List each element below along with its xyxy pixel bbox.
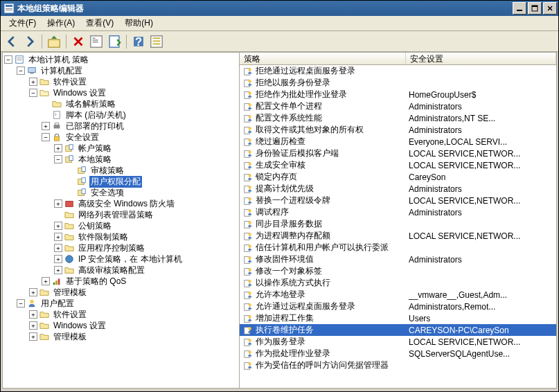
tree-pubkey[interactable]: +公钥策略 (54, 220, 238, 231)
tree-user-rights[interactable]: 用户权限分配 (66, 176, 238, 187)
policy-name: 为进程调整内存配额 (256, 230, 330, 242)
expand-icon[interactable]: + (29, 78, 37, 86)
delete-button[interactable] (70, 33, 87, 50)
collapse-icon[interactable]: − (54, 155, 62, 163)
expand-icon[interactable]: + (54, 144, 62, 152)
expand-icon[interactable]: + (54, 222, 62, 230)
expand-icon[interactable]: + (42, 122, 50, 130)
expand-icon[interactable]: + (54, 266, 62, 274)
expand-icon[interactable]: + (42, 277, 50, 285)
folder-icon (64, 242, 75, 253)
tree-computer[interactable]: − 计算机配置 (17, 65, 238, 76)
collapse-icon[interactable]: − (17, 299, 25, 308)
expand-icon[interactable]: + (29, 310, 37, 319)
list-row[interactable]: 为进程调整内存配额LOCAL SERVICE,NETWOR... (240, 230, 556, 242)
list-row[interactable]: 修改固件环境值Administrators (240, 253, 556, 265)
list-row[interactable]: 作为批处理作业登录SQLServerSQLAgentUse... (240, 348, 556, 359)
list-row[interactable]: 提高计划优先级Administrators (240, 183, 556, 195)
list-row[interactable]: 信任计算机和用户帐户可以执行委派 (240, 242, 556, 253)
tree-security[interactable]: −安全设置 (42, 132, 238, 143)
list-pane[interactable]: 策略 安全设置 拒绝通过远程桌面服务登录拒绝以服务身份登录拒绝作为批处理作业登录… (240, 53, 556, 388)
list-row[interactable]: 允许本地登录__vmware__,Guest,Adm... (240, 289, 556, 301)
expand-icon[interactable]: + (54, 244, 62, 252)
list-row[interactable]: 拒绝作为批处理作业登录HomeGroupUser$ (240, 89, 556, 100)
list-row[interactable]: 同步目录服务数据 (240, 218, 556, 230)
col-policy[interactable]: 策略 (240, 53, 406, 64)
tree-software[interactable]: +软件设置 (29, 76, 238, 87)
list-row[interactable]: 配置文件单个进程Administrators (240, 100, 556, 112)
tree-advaudit[interactable]: +高级审核策略配置 (54, 265, 238, 276)
tree-script[interactable]: 脚本 (启动/关机) (42, 109, 238, 121)
export-button[interactable] (106, 33, 123, 50)
collapse-icon[interactable]: − (29, 89, 37, 97)
list-row[interactable]: 绕过遍历检查Everyone,LOCAL SERVI... (240, 136, 556, 148)
list-row[interactable]: 执行卷维护任务CAREYSON-PC\CareySon (240, 324, 556, 336)
properties-button[interactable] (88, 33, 105, 50)
list-row[interactable]: 作为服务登录LOCAL SERVICE,NETWOR... (240, 336, 556, 348)
expand-icon[interactable]: + (54, 255, 62, 263)
expand-icon[interactable]: + (29, 321, 37, 330)
tree-account-policy[interactable]: +帐户策略 (54, 143, 238, 154)
svg-point-59 (248, 150, 251, 153)
maximize-button[interactable] (528, 2, 542, 15)
list-row[interactable]: 生成安全审核LOCAL SERVICE,NETWOR... (240, 159, 556, 171)
tree-user[interactable]: −用户配置 (17, 298, 238, 309)
policy-item-icon (242, 361, 254, 371)
list-row[interactable]: 增加进程工作集Users (240, 312, 556, 324)
tree-domain-res[interactable]: 域名解析策略 (42, 98, 238, 109)
list-row[interactable]: 替换一个进程级令牌LOCAL SERVICE,NETWOR... (240, 195, 556, 206)
list-row[interactable]: 允许通过远程桌面服务登录Administrators,Remot... (240, 301, 556, 312)
tree-windows[interactable]: −Windows 设置 (29, 87, 238, 98)
svg-point-81 (248, 280, 251, 283)
policy-cell: 取得文件或其他对象的所有权 (240, 124, 406, 136)
tree-qos[interactable]: +基于策略的 QoS (42, 276, 238, 287)
collapse-icon[interactable]: − (42, 133, 50, 141)
list-row[interactable]: 身份验证后模拟客户端LOCAL SERVICE,NETWOR... (240, 148, 556, 159)
menu-help[interactable]: 帮助(H) (119, 16, 159, 30)
tree-firewall[interactable]: +高级安全 Windows 防火墙 (54, 198, 238, 209)
tree-software2[interactable]: +软件设置 (29, 309, 238, 320)
list-row[interactable]: 取得文件或其他对象的所有权Administrators (240, 124, 556, 136)
back-button[interactable] (3, 33, 20, 50)
minimize-button[interactable] (513, 2, 526, 15)
col-security[interactable]: 安全设置 (406, 53, 556, 64)
close-button[interactable] (543, 2, 557, 15)
menu-view[interactable]: 查看(V) (80, 16, 119, 30)
list-row[interactable]: 调试程序Administrators (240, 206, 556, 218)
tree-appctrl[interactable]: +应用程序控制策略 (54, 242, 238, 253)
forward-button[interactable] (21, 33, 38, 50)
list-row[interactable]: 修改一个对象标签 (240, 265, 556, 277)
up-button[interactable] (46, 33, 62, 50)
help-button[interactable]: ? (130, 33, 147, 50)
tree-printers[interactable]: +已部署的打印机 (42, 121, 238, 132)
list-row[interactable]: 以操作系统方式执行 (240, 277, 556, 289)
menu-action[interactable]: 操作(A) (42, 16, 80, 30)
expand-icon[interactable]: + (54, 199, 62, 208)
svg-point-95 (248, 362, 251, 365)
expand-icon[interactable]: + (29, 332, 37, 341)
policy-item-icon (242, 220, 254, 229)
menu-file[interactable]: 文件(F) (3, 16, 42, 30)
svg-rect-33 (82, 167, 85, 172)
tree-local-policy[interactable]: −本地策略 (54, 154, 238, 165)
tree-security-options[interactable]: 安全选项 (66, 187, 238, 198)
tree-pane[interactable]: − 本地计算机 策略 − 计算机配置 +软件设置 (3, 53, 240, 388)
tree-softrestrict[interactable]: +软件限制策略 (54, 231, 238, 242)
tree-windows2[interactable]: +Windows 设置 (29, 320, 238, 331)
tree-netlist[interactable]: 网络列表管理器策略 (54, 209, 238, 220)
collapse-icon[interactable]: − (17, 66, 25, 75)
collapse-icon[interactable]: − (4, 55, 12, 64)
filter-button[interactable] (148, 33, 165, 50)
tree-ipsec[interactable]: +IP 安全策略，在 本地计算机 (54, 253, 238, 265)
expand-icon[interactable]: + (54, 233, 62, 241)
tree-root[interactable]: − 本地计算机 策略 (4, 54, 238, 65)
list-row[interactable]: 锁定内存页CareySon (240, 171, 556, 183)
list-row[interactable]: 作为受信任的呼叫方访问凭据管理器 (240, 359, 556, 371)
tree-admintpl2[interactable]: +管理模板 (29, 331, 238, 342)
expand-icon[interactable]: + (29, 288, 37, 296)
list-row[interactable]: 拒绝以服务身份登录 (240, 77, 556, 89)
tree-audit-policy[interactable]: 审核策略 (66, 165, 238, 176)
tree-admintpl[interactable]: +管理模板 (29, 287, 238, 298)
list-row[interactable]: 拒绝通过远程桌面服务登录 (240, 65, 556, 77)
list-row[interactable]: 配置文件系统性能Administrators,NT SE... (240, 112, 556, 124)
